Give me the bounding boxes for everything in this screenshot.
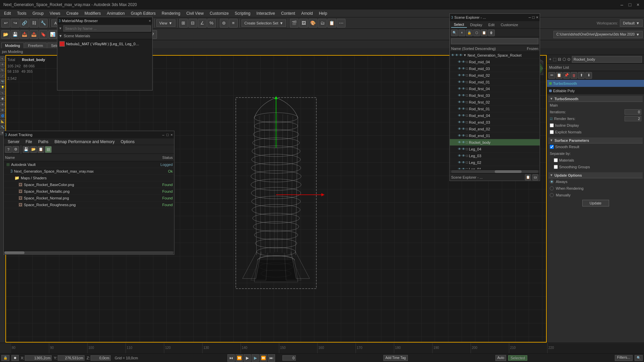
- align-button[interactable]: ≡: [229, 19, 238, 27]
- export-button[interactable]: 📤: [30, 30, 38, 39]
- at-row-0[interactable]: ⊞ Autodesk Vault Logged: [4, 161, 174, 168]
- menu-item-help[interactable]: Help: [316, 10, 330, 16]
- at-row-5[interactable]: 🖼 Space_Rocket_Normal.png Found: [4, 195, 174, 201]
- se-tab-edit[interactable]: Edit: [486, 22, 497, 27]
- at-scrollbar[interactable]: [4, 250, 174, 254]
- save-button[interactable]: 💾: [11, 30, 19, 39]
- create-selection-set-btn[interactable]: Create Selection Set ▼: [241, 19, 286, 27]
- ls-btn-9[interactable]: ⊕: [0, 102, 5, 107]
- se-tab-display[interactable]: Display: [468, 22, 485, 27]
- at-close-btn[interactable]: ×: [171, 133, 173, 137]
- se-tb-2[interactable]: ×: [459, 29, 465, 36]
- at-tb-1[interactable]: ?: [5, 146, 12, 153]
- close-button[interactable]: ×: [635, 2, 641, 7]
- at-tb-6[interactable]: ▤: [45, 146, 52, 153]
- se-footer-btn2[interactable]: 🗂: [532, 174, 538, 180]
- snap2d-button[interactable]: ⊟: [189, 19, 197, 27]
- path-display[interactable]: C:\Users\dshsd\OneDrive\Документы\3ds Ma…: [553, 31, 643, 38]
- at-maximize-btn[interactable]: □: [166, 133, 169, 137]
- x-input[interactable]: [25, 355, 52, 361]
- mod-tool-6[interactable]: ⬇: [585, 72, 592, 79]
- at-row-2[interactable]: 📁 Maps / Shaders: [4, 175, 174, 181]
- se-item-rod-mid-03[interactable]: 👁 👁 □ Rod_mid_03: [450, 65, 540, 72]
- se-item-leg-03[interactable]: 👁 👁 □ Leg_03: [450, 153, 540, 159]
- unlink-button[interactable]: ⛓: [30, 19, 38, 27]
- at-menu-paths[interactable]: Paths: [36, 139, 51, 145]
- ls-btn-6[interactable]: 💡: [0, 85, 5, 89]
- ls-btn-1[interactable]: ↖: [0, 56, 5, 61]
- mod-tool-2[interactable]: 📋: [556, 72, 562, 79]
- at-menu-server[interactable]: Server: [5, 139, 22, 145]
- se-scrollbar[interactable]: [450, 169, 540, 173]
- go-end-btn[interactable]: ⏭: [268, 354, 275, 362]
- iterations-input[interactable]: [625, 109, 641, 115]
- y-input[interactable]: [58, 355, 85, 361]
- se-item-rod-mid-04[interactable]: 👁 👁 □ Rod_mid_04: [450, 59, 540, 65]
- menu-item-views[interactable]: Views: [47, 10, 63, 16]
- isoline-checkbox[interactable]: [550, 123, 554, 127]
- se-item-rod-end-04[interactable]: 👁 👁 □ Rod_end_04: [450, 112, 540, 119]
- play-all-btn[interactable]: ▶: [252, 354, 259, 362]
- rp-icon-3[interactable]: ⊟: [558, 57, 561, 62]
- ls-btn-8[interactable]: ⬟: [0, 96, 5, 101]
- render-setup-button[interactable]: 🎬: [290, 19, 299, 27]
- se-tb-3[interactable]: 🔒: [466, 29, 473, 36]
- menu-item-graph-editors[interactable]: Graph Editors: [128, 10, 158, 16]
- manually-radio[interactable]: [550, 193, 554, 197]
- modifier-turbosmooth[interactable]: TurboSmooth: [547, 80, 644, 87]
- when-rendering-radio[interactable]: [550, 186, 554, 190]
- at-tb-5[interactable]: 📋: [38, 146, 44, 153]
- render-button[interactable]: 🖼: [299, 19, 308, 27]
- menu-item-rendering[interactable]: Rendering: [159, 10, 183, 16]
- rp-icon-1[interactable]: +: [549, 57, 551, 62]
- ls-btn-10[interactable]: ⚙: [0, 108, 5, 112]
- mb-section-header[interactable]: ▼ Scene Materials: [57, 33, 152, 39]
- ls-btn-3[interactable]: ↻: [0, 68, 5, 72]
- prev-frame-btn[interactable]: ⏪: [235, 354, 243, 362]
- at-row-6[interactable]: 🖼 Space_Rocket_Roughness.png Found: [4, 201, 174, 208]
- minimize-button[interactable]: –: [619, 2, 625, 7]
- se-scrollbar-track[interactable]: [451, 170, 538, 173]
- se-item-leg-04[interactable]: 👁 👁 □ Leg_04: [450, 146, 540, 153]
- at-tb-3[interactable]: 💾: [23, 146, 30, 153]
- auto-btn[interactable]: Auto: [495, 355, 506, 361]
- more-tools-button[interactable]: ⋯: [337, 19, 345, 27]
- ls-btn-2[interactable]: ✛: [0, 62, 5, 67]
- lock-btn[interactable]: 🔒: [1, 355, 9, 361]
- se-tb-1[interactable]: 🔍: [451, 29, 458, 36]
- filters-btn[interactable]: Filters...: [615, 355, 633, 361]
- object-name-input[interactable]: [572, 56, 642, 63]
- mb-search-input[interactable]: [63, 25, 151, 32]
- maximize-button[interactable]: □: [627, 2, 633, 7]
- at-minimize-btn[interactable]: –: [162, 133, 164, 137]
- ls-btn-11[interactable]: 🌀: [0, 113, 5, 118]
- ls-btn-4[interactable]: ⤢: [0, 73, 5, 78]
- next-frame-btn[interactable]: ⏩: [260, 354, 267, 362]
- frame-input[interactable]: [282, 355, 296, 361]
- mb-item-0[interactable]: Nebula1_MAT ( VRayMtl ) [Leg_01, Leg_02,…: [58, 40, 152, 48]
- go-start-btn[interactable]: ⏮: [227, 354, 235, 362]
- at-menu-bitmap[interactable]: Bitmap Performance and Memory: [52, 139, 117, 145]
- open-button[interactable]: 📂: [1, 30, 10, 39]
- se-tab-customize[interactable]: Customize: [498, 22, 521, 27]
- modifier-editable-poly[interactable]: Editable Poly: [547, 87, 644, 95]
- se-maximize-btn[interactable]: □: [532, 15, 535, 20]
- import-button[interactable]: 📥: [20, 30, 29, 39]
- z-input[interactable]: [91, 355, 111, 361]
- play-btn[interactable]: ▶: [244, 354, 251, 362]
- at-menu-options[interactable]: Options: [118, 139, 137, 145]
- smoothing-groups-checkbox[interactable]: [554, 165, 558, 169]
- at-scrollbar-thumb[interactable]: [4, 251, 24, 254]
- mod-tool-5[interactable]: ⬆: [578, 72, 585, 79]
- se-close-btn[interactable]: ×: [536, 15, 538, 20]
- materials-checkbox[interactable]: [554, 158, 558, 162]
- se-minimize-btn[interactable]: –: [529, 15, 531, 20]
- redo-button[interactable]: ↪: [11, 19, 19, 27]
- always-radio[interactable]: [550, 180, 554, 184]
- se-tab-select[interactable]: Select: [451, 22, 467, 28]
- se-item-rod-mid-01[interactable]: 👁 👁 □ Rod_mid_01: [450, 79, 540, 85]
- se-item-leg-02[interactable]: 👁 👁 □ Leg_02: [450, 159, 540, 166]
- mode-tab-freeform[interactable]: Freeform: [24, 43, 47, 48]
- at-row-3[interactable]: 🖼 Space_Rocket_BaseColor.png Found: [4, 181, 174, 188]
- at-tb-2[interactable]: ⚙: [12, 146, 19, 153]
